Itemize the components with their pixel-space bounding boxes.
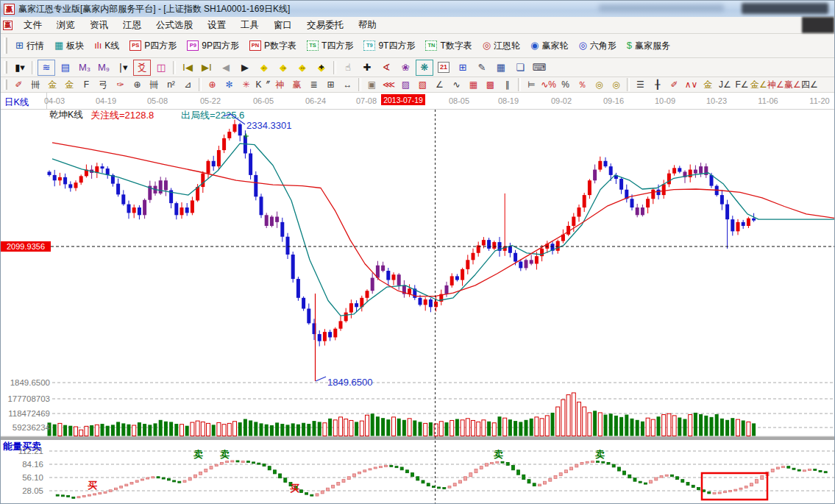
gold-comb-tool-2[interactable]: 金 (61, 78, 78, 92)
toolbar-grip[interactable] (4, 38, 7, 54)
grid-123-tool[interactable]: ⊞ (322, 78, 339, 92)
rocket-red-tool[interactable]: ✑ (112, 78, 129, 92)
menu-2[interactable]: 资讯 (82, 17, 116, 33)
fan-purple-tool[interactable]: ▨ (397, 78, 414, 92)
profile-chart-tool[interactable]: ◫ (152, 60, 170, 76)
candle-style-dropdown[interactable]: ∣▾ (114, 60, 132, 76)
sector-blocks[interactable]: ▦板块 (49, 38, 89, 54)
gann-shape-tool[interactable]: ❀ (397, 60, 414, 76)
spider-web-tool[interactable]: ✳ (238, 78, 255, 92)
menu-4[interactable]: 公式选股 (149, 17, 200, 33)
god-comb-tool[interactable]: 神 (271, 78, 288, 92)
zoom-step-right[interactable]: ◆→ (274, 60, 292, 76)
qiankun-kline-toggle[interactable]: 爻 (133, 60, 151, 76)
wave-map-tool[interactable]: ≋ (38, 60, 55, 76)
kline-period-dropdown[interactable]: ▮▾ (11, 60, 29, 76)
scale-list-tool[interactable]: ⊨ (523, 78, 540, 92)
menu-6[interactable]: 工具 (233, 17, 266, 33)
nav-next[interactable]: ▶ (236, 60, 254, 76)
winner-service[interactable]: $赢家服务 (622, 38, 675, 54)
crosshair-tool[interactable]: ✚ (358, 60, 376, 76)
p-square[interactable]: PSP四方形 (124, 38, 182, 54)
t-number-table[interactable]: TNT数字表 (420, 38, 477, 54)
zoom-all[interactable]: ◆✚ (313, 60, 330, 76)
menu-8[interactable]: 交易委托 (299, 17, 351, 33)
f-angle-tool[interactable]: F∠ (733, 78, 750, 92)
pan-hand-tool[interactable]: ☝ (339, 60, 357, 76)
gold-ring-tool[interactable]: ◎ (591, 78, 608, 92)
spiral-comb-tool[interactable]: 弓 (95, 78, 112, 92)
notes-tool[interactable]: ✎ (473, 60, 491, 76)
win-angle-tool[interactable]: 赢∠ (784, 78, 801, 92)
zoom-expand[interactable]: ◆↔ (294, 60, 311, 76)
k-quote-tool[interactable]: K〞 (255, 78, 271, 92)
comb-plain-tool[interactable]: 卌 (146, 78, 163, 92)
gold-angle-tool[interactable]: 金∠ (750, 78, 767, 92)
menu-7[interactable]: 窗口 (266, 17, 299, 33)
calendar-tool[interactable]: 21 (435, 60, 452, 76)
chart-canvas[interactable]: 日K线04-0304-1905-0805-2206-0506-2407-0820… (1, 93, 835, 504)
ruler-steps-tool[interactable]: ≣ (305, 78, 322, 92)
angle-lines-tool[interactable]: ∠ (431, 78, 448, 92)
p-number-table[interactable]: PNP数字表 (244, 38, 302, 54)
winner-wheel[interactable]: ◉赢家轮 (525, 38, 573, 54)
nav-last[interactable]: ▶Ⅰ (198, 60, 216, 76)
brush-red-tool[interactable]: ✐ (10, 78, 27, 92)
info-panel-tool[interactable]: ▤ (57, 60, 74, 76)
calculator-tool[interactable]: ⊞ (454, 60, 472, 76)
grid-red-box-tool[interactable]: ▩ (482, 78, 499, 92)
gann-wheel[interactable]: ◎江恩轮 (477, 38, 525, 54)
candle-gauge-tool[interactable]: ╂ (649, 78, 666, 92)
width-measure-tool[interactable]: ↔ (339, 78, 356, 92)
parallel-lines-tool[interactable]: ∥ (499, 78, 516, 92)
nine-t-square[interactable]: T99T四方形 (358, 38, 420, 54)
kline-view[interactable]: ılıK线 (89, 38, 124, 54)
wave-check-tool[interactable]: ∿ (448, 78, 465, 92)
panel-fan-tool[interactable]: ▧ (414, 78, 431, 92)
percent-tool[interactable]: % (557, 78, 574, 92)
angle-measure-tool[interactable]: ∢ (377, 60, 395, 76)
kline-chart-svg[interactable]: 日K线04-0304-1905-0805-2206-0506-2407-0820… (1, 93, 835, 504)
nine-p-square[interactable]: P99P四方形 (182, 38, 244, 54)
god-angle-tool[interactable]: 神∠ (767, 78, 784, 92)
four-angle-tool[interactable]: 四∠ (801, 78, 818, 92)
menu-1[interactable]: 浏览 (49, 17, 82, 33)
zoom-step-left[interactable]: ◆← (255, 60, 273, 76)
menu-3[interactable]: 江恩 (116, 17, 149, 33)
menu-0[interactable]: 文件 (16, 17, 49, 33)
angle-sail-tool[interactable]: ⊿ (180, 78, 196, 92)
snowflake-tool[interactable]: ✻ (221, 78, 238, 92)
wave-count-9[interactable]: M₉ (95, 60, 113, 76)
percent-line-tool[interactable]: ％ (574, 78, 591, 92)
wave-count-3[interactable]: M₃ (76, 60, 93, 76)
menu-5[interactable]: 设置 (200, 17, 233, 33)
f-comb-tool[interactable]: F (78, 78, 95, 92)
gold-underline-tool[interactable]: 金 (700, 78, 717, 92)
gold-ring-tool-2[interactable]: ◎ (608, 78, 625, 92)
nav-prev[interactable]: ◀ (217, 60, 235, 76)
gold-comb-tool[interactable]: 金 (44, 78, 61, 92)
t-square[interactable]: TST四方形 (302, 38, 358, 54)
toolbar-grip[interactable] (4, 61, 7, 74)
wave-av-tool[interactable]: ∧∨ (683, 78, 700, 92)
toolbar-grip[interactable] (4, 79, 7, 90)
grid-red-tool[interactable]: ▦ (465, 78, 482, 92)
target-red-tool[interactable]: ⊕ (204, 78, 221, 92)
fan-red-tool[interactable]: ⋘ (380, 78, 397, 92)
mind-map-tool[interactable]: ❋ (416, 60, 433, 76)
window-controls-redacted[interactable] (742, 3, 828, 14)
save-tool[interactable]: ▦ (492, 60, 510, 76)
nav-first[interactable]: Ⅰ◀ (179, 60, 196, 76)
frame-tool[interactable]: ▣ (363, 78, 380, 92)
n2-comb-tool[interactable]: n² (163, 78, 180, 92)
hexagon-chart[interactable]: ◎六角形 (573, 38, 621, 54)
multi-window-tool[interactable]: ❏ (511, 60, 529, 76)
gann-comb-tool[interactable]: 卌 (27, 78, 44, 92)
market-quotes[interactable]: ⊞行情 (10, 38, 49, 54)
menu-9[interactable]: 帮助 (351, 17, 384, 33)
remote-desktop-tool[interactable]: ⌨ (530, 60, 548, 76)
win-comb-tool[interactable]: 赢 (288, 78, 305, 92)
wave-percent-tool[interactable]: ∿% (540, 78, 557, 92)
compass-circle-tool[interactable]: ⊕ (129, 78, 146, 92)
j-angle-tool[interactable]: J∠ (717, 78, 733, 92)
